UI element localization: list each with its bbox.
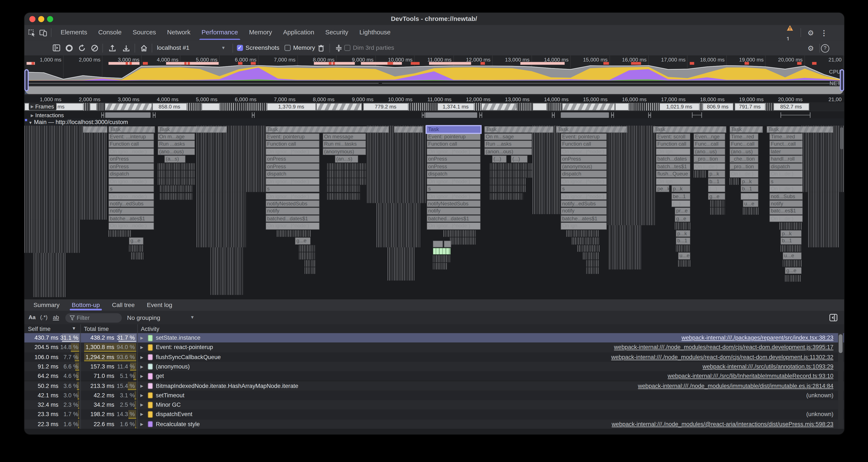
more-options-kebab-icon[interactable]: ⋮: [819, 28, 828, 37]
overview-window-left-handle[interactable]: [24, 69, 29, 91]
tab-event-log[interactable]: Event log: [141, 299, 178, 310]
flame-bar[interactable]: be...1: [671, 193, 690, 200]
frame-segment[interactable]: 779.2 ms: [363, 103, 408, 110]
flame-bar[interactable]: [327, 171, 366, 177]
flame-bar[interactable]: batche...ates$1: [108, 215, 154, 222]
flame-bar[interactable]: On i...de:): [769, 215, 802, 222]
flame-bar[interactable]: s: [560, 186, 607, 192]
flame-bar[interactable]: On ignor...|^node:): [266, 223, 319, 230]
flame-bar[interactable]: _pro...tion: [693, 156, 725, 162]
flame-bar[interactable]: b...1: [780, 238, 801, 244]
flame-bar[interactable]: Func...call: [693, 141, 725, 147]
flame-bar[interactable]: [433, 255, 451, 262]
flame-bar[interactable]: batch...dates: [656, 156, 690, 162]
toggle-panel-icon[interactable]: [52, 43, 60, 52]
table-row[interactable]: 430.7 ms31.1 %438.2 ms31.7 %▶setState.in…: [24, 333, 844, 343]
table-row[interactable]: 106.0 ms7.7 %1,294.2 ms93.6 %▶flushSyncC…: [24, 352, 844, 362]
interaction-whisker-tick[interactable]: [479, 112, 482, 118]
flame-task-bar[interactable]: Task: [484, 126, 553, 133]
flame-bar[interactable]: onPress: [108, 163, 154, 170]
flame-bar[interactable]: notifyNestedSubs: [266, 200, 319, 207]
interaction-whisker-tick[interactable]: [101, 112, 104, 118]
flame-bar[interactable]: [743, 208, 758, 214]
tab-lighthouse[interactable]: Lighthouse: [354, 25, 396, 40]
frame-segment[interactable]: [561, 103, 615, 110]
expand-row-icon[interactable]: ▶: [140, 419, 143, 429]
flame-bar[interactable]: onPress: [427, 156, 480, 162]
frame-segment[interactable]: 1,021.9 ms: [659, 103, 700, 110]
device-toolbar-icon[interactable]: [38, 28, 47, 37]
flame-bar[interactable]: On ignor...|^node:): [266, 178, 319, 185]
flame-bar[interactable]: On igno...node:): [108, 193, 154, 200]
grouping-select[interactable]: No grouping: [127, 311, 160, 324]
flame-bar[interactable]: (anonymous): [322, 148, 366, 155]
flame-bar[interactable]: later: [769, 148, 802, 155]
flame-scrollbar-thumb[interactable]: [840, 127, 843, 149]
frames-track-label[interactable]: ▶ Frames: [28, 103, 56, 110]
flame-bar[interactable]: (anonymous): [560, 163, 607, 170]
flame-bar[interactable]: pe...k: [656, 186, 669, 192]
tab-performance[interactable]: Performance: [196, 25, 244, 40]
flame-bar[interactable]: [586, 267, 599, 274]
flame-bar[interactable]: u...e: [782, 252, 801, 259]
flame-bar[interactable]: onPress: [108, 156, 154, 162]
source-link[interactable]: webpack-internal:///./node_modules/react…: [614, 343, 833, 352]
interaction-whisker[interactable]: [780, 112, 810, 118]
flame-bar[interactable]: On i...de:): [769, 171, 802, 177]
flame-bar[interactable]: Event: ...interup: [108, 133, 154, 140]
flame-bar[interactable]: (ano...ous): [157, 148, 194, 155]
frame-segment[interactable]: [83, 103, 90, 110]
tab-memory[interactable]: Memory: [244, 25, 277, 40]
flame-bar[interactable]: [779, 223, 801, 230]
flame-bar[interactable]: (anon...ous): [484, 148, 532, 155]
flame-bar[interactable]: [710, 208, 725, 214]
flame-bar[interactable]: Event: pointerup: [560, 133, 607, 140]
frame-segment[interactable]: 1,374.1 ms: [437, 103, 474, 110]
flame-bar[interactable]: dispatch: [427, 171, 480, 177]
frame-segment[interactable]: 858.0 ms: [152, 103, 187, 110]
source-link[interactable]: webpack-internal:///./node_modules/@reac…: [612, 419, 833, 429]
flame-bar[interactable]: On ign...: [560, 223, 607, 230]
main-flame-chart[interactable]: TaskTaskTaskTaskTaskTaskTaskTaskTaskEven…: [24, 126, 844, 299]
flame-bar[interactable]: (...): [708, 186, 725, 192]
flame-bar[interactable]: On ignor...|^node:): [266, 148, 319, 155]
flame-task-bar[interactable]: Task: [556, 126, 627, 133]
frame-segment[interactable]: [765, 103, 773, 110]
flame-bar[interactable]: Time...ired: [769, 133, 802, 140]
flame-bar[interactable]: [433, 240, 443, 247]
frame-segment[interactable]: [316, 103, 362, 110]
flame-bar[interactable]: [304, 267, 315, 274]
flame-bar[interactable]: onPress: [266, 156, 319, 162]
expand-row-icon[interactable]: ▶: [140, 333, 143, 343]
overview-scrollbar-thumb[interactable]: [25, 86, 843, 94]
flame-bar[interactable]: notify...edSubs: [560, 200, 607, 207]
flame-bar[interactable]: [327, 193, 360, 200]
flame-bar[interactable]: pr...e: [675, 208, 690, 214]
tab-call-tree[interactable]: Call tree: [106, 299, 141, 310]
flame-bar[interactable]: g...e: [675, 215, 690, 222]
flame-bar[interactable]: batche...ates$1: [560, 215, 607, 222]
flame-bar[interactable]: g...e: [785, 267, 801, 274]
flame-bar[interactable]: s: [769, 178, 802, 185]
regex-icon[interactable]: (.*): [40, 311, 48, 324]
frame-segment[interactable]: [517, 103, 532, 110]
frame-segment[interactable]: [547, 103, 561, 110]
flame-bar[interactable]: [433, 263, 447, 269]
flame-bar[interactable]: [490, 171, 532, 177]
overview-window-right-handle[interactable]: [840, 69, 844, 91]
flame-bar[interactable]: [108, 230, 131, 237]
interaction-whisker-tick[interactable]: [648, 112, 651, 118]
flame-bar[interactable]: [299, 252, 315, 259]
tab-network[interactable]: Network: [161, 25, 196, 40]
source-link[interactable]: webpack-internal:///./node_modules/immut…: [638, 381, 833, 391]
flame-task-bar[interactable]: Task: [766, 126, 833, 133]
flame-bar[interactable]: notify: [769, 200, 802, 207]
frame-segment[interactable]: 806.9 ms: [702, 103, 733, 110]
flame-bar[interactable]: (...): [492, 156, 506, 162]
flame-bar[interactable]: [490, 193, 523, 200]
source-link[interactable]: webpack-internal:///./packages/reparent/…: [682, 333, 833, 343]
flame-bar[interactable]: Run ...asks: [484, 141, 532, 147]
flame-bar[interactable]: On ign...: [656, 148, 690, 155]
main-thread-track-header[interactable]: ▼ Main — http://localhost:3000/custom: [24, 118, 844, 126]
flame-task-bar[interactable]: [83, 126, 107, 133]
